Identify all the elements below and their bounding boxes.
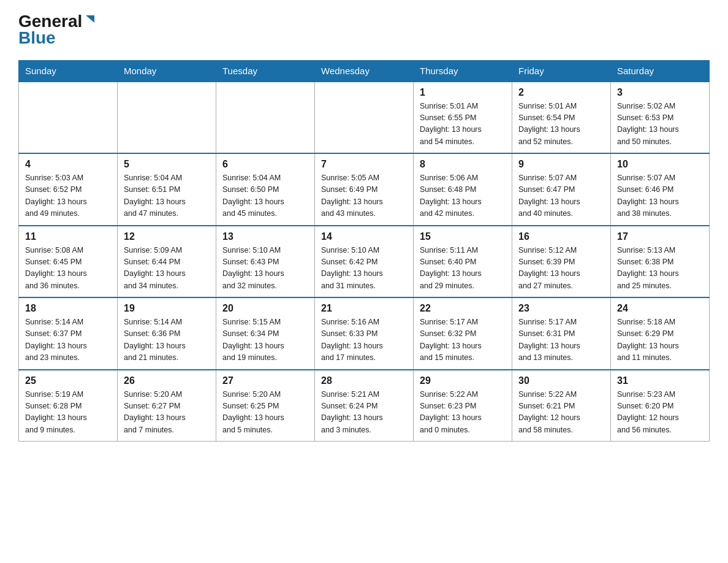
day-number: 13 xyxy=(222,231,308,242)
day-number: 4 xyxy=(25,159,111,170)
week-row-1: 1Sunrise: 5:01 AMSunset: 6:55 PMDaylight… xyxy=(19,82,710,154)
day-cell-13: 13Sunrise: 5:10 AMSunset: 6:43 PMDayligh… xyxy=(216,226,315,298)
day-cell-17: 17Sunrise: 5:13 AMSunset: 6:38 PMDayligh… xyxy=(611,226,710,298)
logo-blue-text: Blue xyxy=(18,29,56,48)
day-number: 5 xyxy=(124,159,210,170)
sun-info: Sunrise: 5:13 AMSunset: 6:38 PMDaylight:… xyxy=(617,245,703,293)
day-cell-23: 23Sunrise: 5:17 AMSunset: 6:31 PMDayligh… xyxy=(512,297,611,370)
day-cell-9: 9Sunrise: 5:07 AMSunset: 6:47 PMDaylight… xyxy=(512,153,611,226)
day-cell-3: 3Sunrise: 5:02 AMSunset: 6:53 PMDaylight… xyxy=(611,82,710,154)
day-number: 24 xyxy=(617,303,703,314)
week-row-2: 4Sunrise: 5:03 AMSunset: 6:52 PMDaylight… xyxy=(19,153,710,226)
day-cell-5: 5Sunrise: 5:04 AMSunset: 6:51 PMDaylight… xyxy=(118,153,216,226)
sun-info: Sunrise: 5:10 AMSunset: 6:42 PMDaylight:… xyxy=(321,245,407,293)
sun-info: Sunrise: 5:22 AMSunset: 6:21 PMDaylight:… xyxy=(518,389,604,437)
day-cell-19: 19Sunrise: 5:14 AMSunset: 6:36 PMDayligh… xyxy=(118,297,216,370)
sun-info: Sunrise: 5:15 AMSunset: 6:34 PMDaylight:… xyxy=(222,316,308,364)
day-number: 16 xyxy=(518,231,604,242)
day-cell-11: 11Sunrise: 5:08 AMSunset: 6:45 PMDayligh… xyxy=(19,226,118,298)
day-cell-12: 12Sunrise: 5:09 AMSunset: 6:44 PMDayligh… xyxy=(118,226,216,298)
day-number: 28 xyxy=(321,375,407,386)
sun-info: Sunrise: 5:03 AMSunset: 6:52 PMDaylight:… xyxy=(25,172,111,220)
day-number: 30 xyxy=(518,375,604,386)
empty-cell xyxy=(315,82,414,154)
day-number: 27 xyxy=(222,375,308,386)
day-cell-24: 24Sunrise: 5:18 AMSunset: 6:29 PMDayligh… xyxy=(611,297,710,370)
day-cell-10: 10Sunrise: 5:07 AMSunset: 6:46 PMDayligh… xyxy=(611,153,710,226)
day-cell-1: 1Sunrise: 5:01 AMSunset: 6:55 PMDaylight… xyxy=(414,82,512,154)
day-cell-7: 7Sunrise: 5:05 AMSunset: 6:49 PMDaylight… xyxy=(315,153,414,226)
sun-info: Sunrise: 5:19 AMSunset: 6:28 PMDaylight:… xyxy=(25,389,111,437)
day-cell-29: 29Sunrise: 5:22 AMSunset: 6:23 PMDayligh… xyxy=(414,370,512,442)
sun-info: Sunrise: 5:21 AMSunset: 6:24 PMDaylight:… xyxy=(321,389,407,437)
logo-icon xyxy=(83,13,97,26)
sun-info: Sunrise: 5:01 AMSunset: 6:55 PMDaylight:… xyxy=(420,101,506,148)
day-number: 8 xyxy=(420,159,506,170)
sun-info: Sunrise: 5:22 AMSunset: 6:23 PMDaylight:… xyxy=(420,389,506,437)
day-cell-30: 30Sunrise: 5:22 AMSunset: 6:21 PMDayligh… xyxy=(512,370,611,442)
day-number: 12 xyxy=(124,231,210,242)
day-number: 3 xyxy=(617,87,703,98)
page-header: General Blue xyxy=(18,12,710,48)
sun-info: Sunrise: 5:08 AMSunset: 6:45 PMDaylight:… xyxy=(25,245,111,293)
sun-info: Sunrise: 5:14 AMSunset: 6:36 PMDaylight:… xyxy=(124,316,210,364)
empty-cell xyxy=(118,82,216,154)
day-cell-2: 2Sunrise: 5:01 AMSunset: 6:54 PMDaylight… xyxy=(512,82,611,154)
day-number: 26 xyxy=(124,375,210,386)
day-number: 20 xyxy=(222,303,308,314)
sun-info: Sunrise: 5:07 AMSunset: 6:47 PMDaylight:… xyxy=(518,172,604,220)
sun-info: Sunrise: 5:23 AMSunset: 6:20 PMDaylight:… xyxy=(617,389,703,437)
sun-info: Sunrise: 5:09 AMSunset: 6:44 PMDaylight:… xyxy=(124,245,210,293)
day-number: 15 xyxy=(420,231,506,242)
day-number: 11 xyxy=(25,231,111,242)
weekday-header-thursday: Thursday xyxy=(414,60,512,82)
day-cell-20: 20Sunrise: 5:15 AMSunset: 6:34 PMDayligh… xyxy=(216,297,315,370)
day-number: 9 xyxy=(518,159,604,170)
day-cell-31: 31Sunrise: 5:23 AMSunset: 6:20 PMDayligh… xyxy=(611,370,710,442)
sun-info: Sunrise: 5:17 AMSunset: 6:32 PMDaylight:… xyxy=(420,316,506,364)
sun-info: Sunrise: 5:20 AMSunset: 6:25 PMDaylight:… xyxy=(222,389,308,437)
calendar-table: SundayMondayTuesdayWednesdayThursdayFrid… xyxy=(18,60,710,442)
week-row-3: 11Sunrise: 5:08 AMSunset: 6:45 PMDayligh… xyxy=(19,226,710,298)
weekday-header-wednesday: Wednesday xyxy=(315,60,414,82)
sun-info: Sunrise: 5:02 AMSunset: 6:53 PMDaylight:… xyxy=(617,101,703,148)
day-cell-4: 4Sunrise: 5:03 AMSunset: 6:52 PMDaylight… xyxy=(19,153,118,226)
sun-info: Sunrise: 5:07 AMSunset: 6:46 PMDaylight:… xyxy=(617,172,703,220)
sun-info: Sunrise: 5:16 AMSunset: 6:33 PMDaylight:… xyxy=(321,316,407,364)
day-number: 29 xyxy=(420,375,506,386)
day-number: 31 xyxy=(617,375,703,386)
sun-info: Sunrise: 5:17 AMSunset: 6:31 PMDaylight:… xyxy=(518,316,604,364)
logo: General Blue xyxy=(18,12,97,48)
sun-info: Sunrise: 5:14 AMSunset: 6:37 PMDaylight:… xyxy=(25,316,111,364)
sun-info: Sunrise: 5:18 AMSunset: 6:29 PMDaylight:… xyxy=(617,316,703,364)
week-row-4: 18Sunrise: 5:14 AMSunset: 6:37 PMDayligh… xyxy=(19,297,710,370)
day-cell-21: 21Sunrise: 5:16 AMSunset: 6:33 PMDayligh… xyxy=(315,297,414,370)
empty-cell xyxy=(19,82,118,154)
day-cell-25: 25Sunrise: 5:19 AMSunset: 6:28 PMDayligh… xyxy=(19,370,118,442)
day-cell-6: 6Sunrise: 5:04 AMSunset: 6:50 PMDaylight… xyxy=(216,153,315,226)
weekday-header-row: SundayMondayTuesdayWednesdayThursdayFrid… xyxy=(19,60,710,82)
day-cell-15: 15Sunrise: 5:11 AMSunset: 6:40 PMDayligh… xyxy=(414,226,512,298)
day-cell-22: 22Sunrise: 5:17 AMSunset: 6:32 PMDayligh… xyxy=(414,297,512,370)
day-cell-27: 27Sunrise: 5:20 AMSunset: 6:25 PMDayligh… xyxy=(216,370,315,442)
day-cell-18: 18Sunrise: 5:14 AMSunset: 6:37 PMDayligh… xyxy=(19,297,118,370)
day-number: 6 xyxy=(222,159,308,170)
sun-info: Sunrise: 5:01 AMSunset: 6:54 PMDaylight:… xyxy=(518,101,604,148)
sun-info: Sunrise: 5:20 AMSunset: 6:27 PMDaylight:… xyxy=(124,389,210,437)
day-cell-26: 26Sunrise: 5:20 AMSunset: 6:27 PMDayligh… xyxy=(118,370,216,442)
day-number: 17 xyxy=(617,231,703,242)
day-cell-28: 28Sunrise: 5:21 AMSunset: 6:24 PMDayligh… xyxy=(315,370,414,442)
day-number: 14 xyxy=(321,231,407,242)
week-row-5: 25Sunrise: 5:19 AMSunset: 6:28 PMDayligh… xyxy=(19,370,710,442)
day-cell-16: 16Sunrise: 5:12 AMSunset: 6:39 PMDayligh… xyxy=(512,226,611,298)
svg-marker-0 xyxy=(86,15,94,23)
weekday-header-monday: Monday xyxy=(118,60,216,82)
weekday-header-saturday: Saturday xyxy=(611,60,710,82)
day-number: 1 xyxy=(420,87,506,98)
day-number: 22 xyxy=(420,303,506,314)
sun-info: Sunrise: 5:06 AMSunset: 6:48 PMDaylight:… xyxy=(420,172,506,220)
day-cell-8: 8Sunrise: 5:06 AMSunset: 6:48 PMDaylight… xyxy=(414,153,512,226)
sun-info: Sunrise: 5:04 AMSunset: 6:51 PMDaylight:… xyxy=(124,172,210,220)
empty-cell xyxy=(216,82,315,154)
sun-info: Sunrise: 5:04 AMSunset: 6:50 PMDaylight:… xyxy=(222,172,308,220)
